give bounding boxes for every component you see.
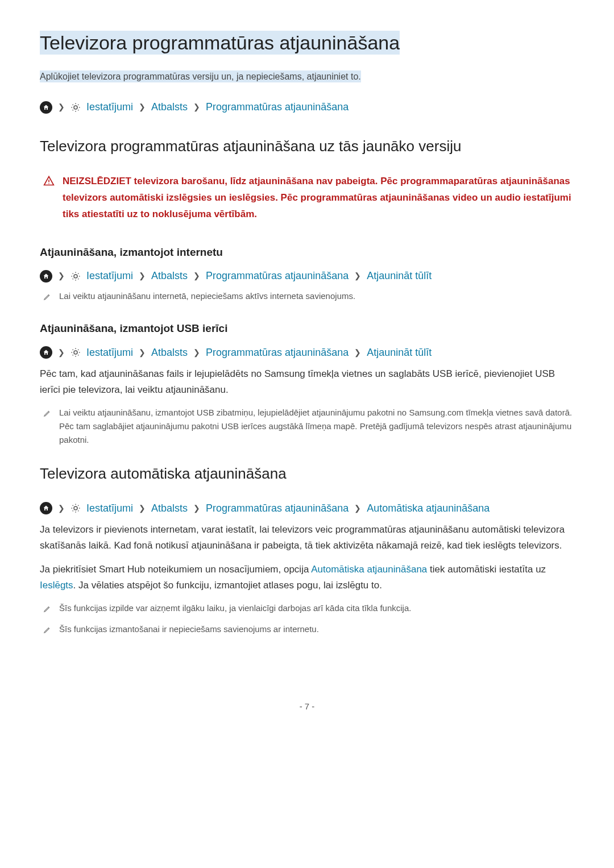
note-block: Lai veiktu atjaunināšanu internetā, nepi… — [40, 289, 574, 305]
warning-icon — [43, 175, 55, 223]
body-text: Ja piekritīsiet Smart Hub noteikumiem un… — [40, 562, 574, 593]
breadcrumb-step[interactable]: Iestatījumi — [86, 99, 133, 115]
home-icon — [40, 502, 52, 514]
pen-icon — [43, 624, 51, 638]
breadcrumb-step[interactable]: Iestatījumi — [86, 268, 133, 284]
text-fragment: tiek automātiski iestatīta uz — [427, 564, 546, 575]
chevron-icon: ❯ — [58, 270, 65, 282]
pen-icon — [43, 408, 51, 447]
svg-point-1 — [48, 183, 49, 184]
breadcrumb-step[interactable]: Atbalsts — [151, 501, 188, 516]
breadcrumb-step[interactable]: Programmatūras atjaunināšana — [206, 501, 349, 516]
breadcrumb-step[interactable]: Iestatījumi — [86, 501, 133, 516]
page-number: - 7 - — [40, 700, 574, 713]
note-text: Lai veiktu atjaunināšanu internetā, nepi… — [59, 289, 355, 305]
chevron-icon: ❯ — [354, 502, 361, 514]
breadcrumb-step[interactable]: Atjaunināt tūlīt — [367, 268, 432, 284]
page-title: Televizora programmatūras atjaunināšana — [40, 28, 574, 57]
gear-icon — [70, 503, 81, 513]
subsection-heading: Atjaunināšana, izmantojot internetu — [40, 244, 574, 261]
subsection-heading: Atjaunināšana, izmantojot USB ierīci — [40, 321, 574, 337]
gear-icon — [70, 347, 81, 358]
warning-text: NEIZSLĒDZIET televizora barošanu, līdz a… — [63, 173, 574, 223]
breadcrumb-step[interactable]: Programmatūras atjaunināšana — [206, 99, 349, 115]
page-subtitle: Aplūkojiet televizora programmatūras ver… — [40, 70, 574, 84]
chevron-icon: ❯ — [193, 347, 200, 359]
body-text: Pēc tam, kad atjaunināšanas fails ir lej… — [40, 366, 574, 398]
chevron-icon: ❯ — [193, 270, 200, 282]
chevron-icon: ❯ — [354, 270, 361, 282]
body-text: Ja televizors ir pievienots internetam, … — [40, 522, 574, 554]
breadcrumb-step[interactable]: Programmatūras atjaunināšana — [206, 345, 349, 360]
chevron-icon: ❯ — [58, 347, 65, 359]
gear-icon — [70, 271, 81, 281]
breadcrumb-step[interactable]: Iestatījumi — [86, 345, 133, 360]
breadcrumb-main: ❯ Iestatījumi ❯ Atbalsts ❯ Programmatūra… — [40, 99, 574, 115]
note-block: Šīs funkcijas izmantošanai ir nepiecieša… — [40, 622, 574, 638]
warning-block: NEIZSLĒDZIET televizora barošanu, līdz a… — [40, 173, 574, 223]
section-heading: Televizora automātiska atjaunināšana — [40, 463, 574, 485]
breadcrumb-internet: ❯ Iestatījumi ❯ Atbalsts ❯ Programmatūra… — [40, 268, 574, 284]
note-text: Šīs funkcijas izmantošanai ir nepiecieša… — [59, 622, 319, 638]
note-block: Šīs funkcijas izpilde var aizņemt ilgāku… — [40, 601, 574, 617]
home-icon — [40, 346, 52, 359]
chevron-icon: ❯ — [354, 347, 361, 359]
breadcrumb-step[interactable]: Atbalsts — [151, 99, 188, 115]
breadcrumb-step[interactable]: Atbalsts — [151, 345, 188, 360]
breadcrumb-step[interactable]: Programmatūras atjaunināšana — [206, 268, 349, 284]
gear-icon — [70, 102, 81, 113]
text-fragment: Ja piekritīsiet Smart Hub noteikumiem un… — [40, 564, 311, 575]
chevron-icon: ❯ — [193, 502, 200, 514]
breadcrumb-auto: ❯ Iestatījumi ❯ Atbalsts ❯ Programmatūra… — [40, 501, 574, 516]
home-icon — [40, 101, 52, 114]
pen-icon — [43, 603, 51, 617]
section-heading: Televizora programmatūras atjaunināšana … — [40, 135, 574, 157]
inline-link[interactable]: Ieslēgts — [40, 580, 73, 591]
chevron-icon: ❯ — [139, 101, 146, 113]
chevron-icon: ❯ — [139, 502, 146, 514]
chevron-icon: ❯ — [193, 101, 200, 113]
inline-link[interactable]: Automātiska atjaunināšana — [311, 564, 427, 575]
pen-icon — [43, 291, 51, 305]
note-text: Šīs funkcijas izpilde var aizņemt ilgāku… — [59, 601, 411, 617]
chevron-icon: ❯ — [139, 270, 146, 282]
chevron-icon: ❯ — [58, 101, 65, 113]
note-block: Lai veiktu atjaunināšanu, izmantojot USB… — [40, 406, 574, 447]
text-fragment: . Ja vēlaties atspējot šo funkciju, izma… — [73, 580, 382, 591]
breadcrumb-usb: ❯ Iestatījumi ❯ Atbalsts ❯ Programmatūra… — [40, 345, 574, 360]
home-icon — [40, 270, 52, 283]
breadcrumb-step[interactable]: Atjaunināt tūlīt — [367, 345, 432, 360]
chevron-icon: ❯ — [139, 347, 146, 359]
note-text: Lai veiktu atjaunināšanu, izmantojot USB… — [59, 406, 574, 447]
breadcrumb-step[interactable]: Atbalsts — [151, 268, 188, 284]
chevron-icon: ❯ — [58, 502, 65, 514]
breadcrumb-step[interactable]: Automātiska atjaunināšana — [367, 501, 489, 516]
